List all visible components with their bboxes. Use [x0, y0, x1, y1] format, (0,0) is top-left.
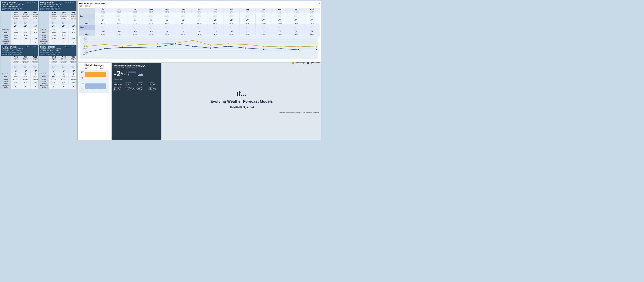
overview-day-pop-10: 10 % [256, 22, 272, 25]
overview-day-icon-3 [143, 14, 159, 19]
overview-night-pop-13: 30 % [304, 33, 320, 36]
overview-close-button[interactable]: × [318, 2, 320, 5]
svg-point-68 [73, 20, 75, 22]
widget-pressure-label: Pressure [126, 86, 136, 88]
time-header-2: Wed 11 pm [30, 56, 38, 60]
svg-point-263 [231, 14, 233, 16]
svg-rect-395 [85, 84, 106, 89]
historic-chart-svg: 25° 9° -7° -23° [79, 70, 109, 93]
svg-point-113 [15, 64, 17, 67]
svg-point-362 [104, 44, 105, 45]
hourly-next-4[interactable]: NEXT › [70, 46, 75, 48]
svg-point-387 [298, 49, 299, 50]
svg-point-283 [311, 14, 313, 16]
feels-2: -5 [30, 73, 38, 76]
time-header-0: Wed 9 am [11, 11, 20, 16]
hourly-title-1: Hourly Forecast [2, 2, 26, 4]
widget-sunrise-label: Sunrise [148, 82, 159, 84]
overview-day-pop-0: 40 % [95, 22, 111, 25]
hourly-nav-3[interactable]: ‹ PREV NEXT › [26, 46, 37, 48]
historic-chart-area: 25° 9° -7° -23° [79, 70, 110, 93]
overview-day-8: Fri [224, 8, 240, 11]
svg-point-376 [104, 48, 105, 49]
hourly-header-2: Hourly Forecast WEDNESDAY, JANUARY 3 - S… [39, 1, 76, 11]
svg-text:❄ ❄: ❄ ❄ [14, 23, 16, 24]
svg-point-367 [192, 40, 194, 41]
overview-night-icon-11 [272, 25, 288, 30]
wind-0: 5 sw [49, 36, 59, 40]
overview-day-temp-8: -4° [224, 19, 240, 22]
hourly-next-3[interactable]: NEXT › [32, 46, 37, 48]
svg-point-364 [139, 44, 140, 45]
time-header-2: Wed 11 am [68, 11, 77, 16]
feels-1: -3 [59, 28, 68, 31]
overview-section: × Full 14 Days Overview Jan 4 - Jan 17 T… [78, 1, 321, 62]
legend-night-color [307, 62, 309, 64]
svg-text:❄ ❄: ❄ ❄ [62, 67, 64, 68]
widget-ceiling-val: 400 m [137, 88, 148, 90]
overview-day-icon-4 [159, 14, 175, 19]
widget-location: Mont-Tremblant-Village, QC [114, 64, 159, 67]
overview-chart: 6°C3°C0°C-3°C-6°C-9°C-12°C-15°C-18°C-21°… [79, 36, 320, 60]
hourly-header-info-4: Hourly Forecast WEDNESDAY, JANUARY 3 - S… [40, 46, 64, 55]
overview-night-temp-5: -4° [175, 30, 191, 33]
hourly-prev-1[interactable]: ‹ PREV [26, 2, 31, 4]
hourly-prev-3[interactable]: ‹ PREV [26, 46, 31, 48]
svg-point-13 [35, 20, 37, 22]
hourly-table-3: Wed 9 pm Wed 10 pm Wed 11 pm Thu 12 am T… [1, 56, 38, 89]
hourly-nav-4[interactable]: ‹ PREV NEXT › [64, 46, 75, 48]
hourly-nav-1[interactable]: ‹ PREV NEXT › [26, 2, 37, 4]
svg-point-368 [210, 44, 211, 46]
overview-day-temp-3: -5° [143, 19, 159, 22]
svg-point-371 [263, 46, 264, 47]
svg-text:25°: 25° [81, 71, 84, 74]
hourly-next-1[interactable]: NEXT › [32, 2, 37, 4]
svg-text:❄ ❄: ❄ ❄ [72, 67, 74, 68]
overview-night-temp-2: -10° [127, 30, 143, 33]
svg-point-361 [86, 46, 88, 47]
pop-2: 30 % [30, 31, 38, 34]
svg-point-251 [182, 14, 184, 16]
svg-text:6°C: 6°C [84, 37, 87, 39]
temp-1: -3° [59, 69, 68, 73]
hourly-nav-2[interactable]: ‹ PREV NEXT › [64, 2, 75, 4]
overview-date-1: 01/05 [111, 11, 127, 14]
overview-day-pop-1: 40 % [111, 22, 127, 25]
overview-night-icon-3 [143, 25, 159, 30]
hourly-outlook-2: Snow Outlook: Close to 5 cm 9:00am Wed t… [40, 7, 64, 11]
condition-2: Scattered flurries [30, 60, 38, 64]
condition-1: Scattered flurries [59, 16, 68, 20]
overview-night-icon-0 [95, 25, 111, 30]
hourly-next-2[interactable]: NEXT › [70, 2, 75, 4]
svg-point-331 [279, 26, 281, 28]
time-header-1: Wed 10 pm [59, 56, 68, 60]
time-header-0: Wed 9 pm [11, 56, 20, 60]
wind-0: 5 s [11, 81, 20, 85]
legend-day-color [292, 62, 294, 64]
overview-day-1: Fri [111, 8, 127, 11]
wind-gust-0: 8 [49, 85, 59, 89]
svg-point-239 [134, 14, 136, 16]
overview-night-temp-4: -9° [159, 30, 175, 33]
overview-night-icon-9 [240, 25, 256, 30]
overview-night-icon-7 [208, 25, 224, 30]
bottom-right-section: Historic Averages: JAN FEB 25° 9° -7° -2… [78, 63, 321, 140]
overview-day-icon-5 [175, 14, 191, 19]
overview-day-12: Tue [288, 8, 304, 11]
historic-title: Historic Averages: [79, 64, 110, 67]
svg-point-319 [231, 26, 233, 28]
svg-point-275 [279, 14, 281, 16]
svg-point-307 [182, 26, 184, 28]
weather-icon-cell-2: ❄ ❄ [30, 64, 38, 69]
svg-point-291 [118, 26, 120, 28]
svg-point-315 [215, 26, 217, 28]
temp-2: -1° [30, 24, 38, 28]
hourly-prev-4[interactable]: ‹ PREV [64, 46, 69, 48]
time-header-2: Wed 11 am [30, 11, 38, 16]
hourly-prev-2[interactable]: ‹ PREV [64, 2, 69, 4]
overview-day-7: Thu [208, 8, 224, 11]
overview-date-10: 01/14 [256, 11, 272, 14]
overview-night-icon-13 [304, 25, 320, 30]
overview-day-pop-7: 30 % [208, 22, 224, 25]
svg-point-267 [247, 14, 249, 16]
